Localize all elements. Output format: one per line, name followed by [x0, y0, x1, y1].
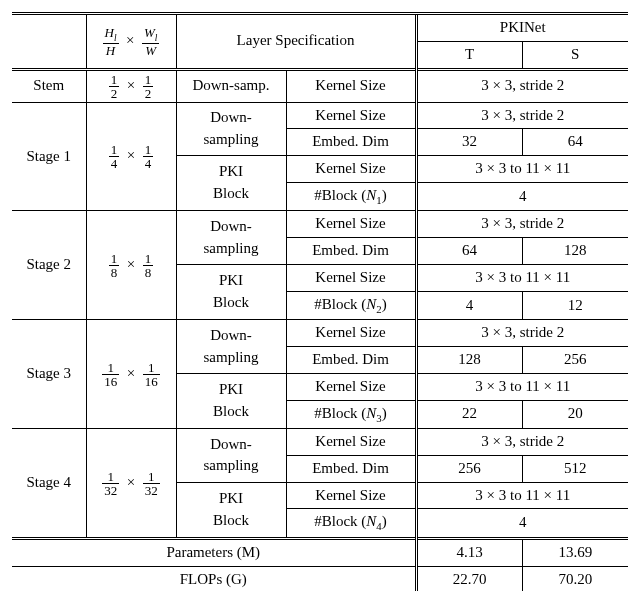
header-ratio: HlH × WlW	[86, 14, 176, 70]
stage-ratio: 116 × 116	[86, 320, 176, 429]
ds-label: Down-sampling	[176, 211, 286, 265]
ds-e-lbl: Embed. Dim	[286, 455, 416, 482]
ds-e-lbl: Embed. Dim	[286, 347, 416, 374]
pki-k-val: 3 × 3 to 11 × 11	[416, 156, 628, 183]
ds-k-lbl: Kernel Size	[286, 320, 416, 347]
stage-name: Stage 2	[12, 211, 86, 320]
pki-label: PKIBlock	[176, 156, 286, 211]
params-label: Parameters (M)	[12, 539, 416, 567]
ds-k-val: 3 × 3, stride 2	[416, 429, 628, 456]
table-header-row-1: HlH × WlW Layer Specification PKINet	[12, 14, 628, 42]
flops-s: 70.20	[522, 566, 628, 591]
ds-e-t: 64	[416, 238, 522, 265]
ds-k-lbl: Kernel Size	[286, 102, 416, 129]
ds-e-t: 256	[416, 455, 522, 482]
flops-row: FLOPs (G) 22.70 70.20	[12, 566, 628, 591]
params-row: Parameters (M) 4.13 13.69	[12, 539, 628, 567]
pki-label: PKIBlock	[176, 264, 286, 319]
params-t: 4.13	[416, 539, 522, 567]
stage-name: Stage 4	[12, 429, 86, 539]
pki-k-lbl: Kernel Size	[286, 373, 416, 400]
ds-e-s: 128	[522, 238, 628, 265]
pki-k-val: 3 × 3 to 11 × 11	[416, 264, 628, 291]
stem-row: Stem 12 × 12 Down-samp. Kernel Size 3 × …	[12, 69, 628, 102]
ds-k-lbl: Kernel Size	[286, 211, 416, 238]
header-blank	[12, 14, 86, 70]
stem-val: 3 × 3, stride 2	[416, 69, 628, 102]
pki-n-val: 4	[416, 182, 628, 211]
pki-k-lbl: Kernel Size	[286, 482, 416, 509]
pki-label: PKIBlock	[176, 373, 286, 428]
pki-k-val: 3 × 3 to 11 × 11	[416, 482, 628, 509]
pki-n-s: 12	[522, 291, 628, 320]
ds-e-lbl: Embed. Dim	[286, 238, 416, 265]
pki-n-lbl: #Block (N3)	[286, 400, 416, 429]
stem-attr: Kernel Size	[286, 69, 416, 102]
ds-e-t: 32	[416, 129, 522, 156]
params-s: 13.69	[522, 539, 628, 567]
flops-label: FLOPs (G)	[12, 566, 416, 591]
flops-t: 22.70	[416, 566, 522, 591]
header-t: T	[416, 41, 522, 69]
pki-n-lbl: #Block (N2)	[286, 291, 416, 320]
ds-e-s: 512	[522, 455, 628, 482]
ds-label: Down-sampling	[176, 102, 286, 156]
pki-n-lbl: #Block (N1)	[286, 182, 416, 211]
pki-n-t: 4	[416, 291, 522, 320]
stem-name: Stem	[12, 69, 86, 102]
ds-label: Down-sampling	[176, 429, 286, 483]
pki-n-val: 4	[416, 509, 628, 539]
pki-n-t: 22	[416, 400, 522, 429]
ds-e-t: 128	[416, 347, 522, 374]
stem-component: Down-samp.	[176, 69, 286, 102]
ds-e-lbl: Embed. Dim	[286, 129, 416, 156]
ds-k-val: 3 × 3, stride 2	[416, 102, 628, 129]
ds-k-lbl: Kernel Size	[286, 429, 416, 456]
stem-ratio: 12 × 12	[86, 69, 176, 102]
stage-name: Stage 1	[12, 102, 86, 211]
ds-k-val: 3 × 3, stride 2	[416, 211, 628, 238]
stage-ratio: 18 × 18	[86, 211, 176, 320]
pkinet-config-table: HlH × WlW Layer Specification PKINet T S…	[12, 12, 628, 591]
pki-label: PKIBlock	[176, 482, 286, 538]
stage-name: Stage 3	[12, 320, 86, 429]
header-pkinet: PKINet	[416, 14, 628, 42]
header-layer-spec: Layer Specification	[176, 14, 416, 70]
ds-label: Down-sampling	[176, 320, 286, 374]
pki-n-lbl: #Block (N4)	[286, 509, 416, 539]
table-row: Stage 4 132 × 132 Down-sampling Kernel S…	[12, 429, 628, 456]
ds-k-val: 3 × 3, stride 2	[416, 320, 628, 347]
table-row: Stage 2 18 × 18 Down-sampling Kernel Siz…	[12, 211, 628, 238]
header-s: S	[522, 41, 628, 69]
table-row: Stage 3 116 × 116 Down-sampling Kernel S…	[12, 320, 628, 347]
stage-ratio: 132 × 132	[86, 429, 176, 539]
pki-n-s: 20	[522, 400, 628, 429]
pki-k-val: 3 × 3 to 11 × 11	[416, 373, 628, 400]
ds-e-s: 256	[522, 347, 628, 374]
table-row: Stage 1 14 × 14 Down-sampling Kernel Siz…	[12, 102, 628, 129]
pki-k-lbl: Kernel Size	[286, 264, 416, 291]
pki-k-lbl: Kernel Size	[286, 156, 416, 183]
ds-e-s: 64	[522, 129, 628, 156]
stage-ratio: 14 × 14	[86, 102, 176, 211]
